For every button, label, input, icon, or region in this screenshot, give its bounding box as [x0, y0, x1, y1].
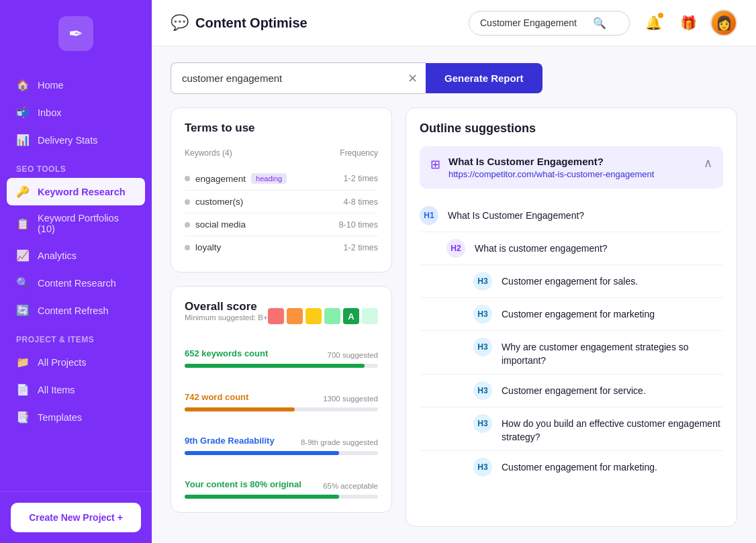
- notification-button[interactable]: 🔔: [641, 10, 666, 36]
- main-search-input[interactable]: [171, 62, 426, 94]
- templates-icon: 📑: [16, 411, 30, 424]
- topbar-search-input[interactable]: [480, 17, 587, 28]
- progress-fill: [185, 495, 339, 499]
- outline-item-text: Customer engagement for marketing.: [502, 458, 657, 475]
- gift-button[interactable]: 🎁: [675, 10, 701, 36]
- generate-report-button[interactable]: Generate Report: [426, 63, 542, 93]
- sidebar-item-label: All Items: [38, 385, 75, 395]
- metric-progress: [185, 451, 378, 455]
- outline-item-h3: H3 Customer engagement for marketing.: [420, 451, 723, 483]
- metric-label: 652 keywords count: [185, 348, 268, 358]
- main-content: 💬 Content Optimise 🔍 🔔 🎁 👩 ✕ Generate Re…: [152, 0, 756, 543]
- page-title-container: 💬 Content Optimise: [171, 14, 458, 32]
- all-items-icon: 📄: [16, 383, 30, 396]
- h3-badge: H3: [473, 381, 492, 400]
- outline-items-list: H1 What Is Customer Engagement? H2 What …: [420, 199, 723, 483]
- chevron-up-icon[interactable]: ∧: [704, 156, 712, 170]
- outline-structure-icon: ⊞: [430, 157, 440, 172]
- outline-item-h3: H3 Customer engagement for service.: [420, 375, 723, 407]
- outline-item-h3: H3 How do you build an effective custome…: [420, 407, 723, 451]
- outline-h1-heading: What Is Customer Engagement?: [448, 156, 654, 167]
- term-word: engagement: [195, 174, 246, 184]
- terms-table: Keywords (4) Frequency engagement headin…: [185, 148, 378, 258]
- metric-keywords: 652 keywords count 700 suggested: [185, 348, 378, 368]
- terms-title: Terms to use: [185, 121, 378, 135]
- sidebar-item-all-projects[interactable]: 📁 All Projects: [0, 348, 152, 376]
- search-icon: 🔍: [593, 17, 606, 30]
- main-search-row: ✕ Generate Report: [171, 62, 737, 94]
- h3-badge: H3: [473, 305, 492, 324]
- analytics-icon: 📈: [16, 249, 30, 262]
- sidebar-item-home[interactable]: 🏠 Home: [0, 71, 152, 99]
- term-freq: 1-2 times: [344, 174, 378, 183]
- metric-progress: [185, 495, 378, 499]
- h3-badge: H3: [473, 414, 492, 433]
- outline-highlighted-item: ⊞ What Is Customer Engagement? https://c…: [420, 146, 723, 189]
- sidebar-item-inbox[interactable]: 📬 Inbox: [0, 99, 152, 126]
- logo-icon: ✒: [58, 16, 93, 51]
- metric-label: 9th Grade Readability: [185, 436, 275, 446]
- progress-fill: [185, 407, 295, 411]
- user-avatar[interactable]: 👩: [710, 9, 737, 36]
- cards-row: Terms to use Keywords (4) Frequency enga…: [171, 107, 737, 527]
- seo-section-label: SEO Tools: [0, 154, 152, 178]
- topbar-icons: 🔔 🎁 👩: [641, 9, 737, 36]
- sidebar-item-label: Inbox: [38, 107, 61, 118]
- metric-sub: 8-9th grade suggested: [301, 438, 378, 446]
- sidebar-item-templates[interactable]: 📑 Templates: [0, 403, 152, 431]
- sidebar-item-keyword-research[interactable]: 🔑 Keyword Research: [7, 178, 145, 205]
- sidebar-item-keyword-portfolios[interactable]: 📋 Keyword Portfolios (10): [0, 205, 152, 242]
- outline-competitor-link[interactable]: https://competitor.com/what-is-customer-…: [448, 169, 654, 179]
- score-block-2: [287, 308, 303, 324]
- term-left: customer(s): [185, 197, 243, 207]
- outline-title: Outline suggestions: [420, 121, 723, 136]
- h3-badge: H3: [473, 272, 492, 291]
- sidebar-item-label: Content Refresh: [38, 305, 109, 316]
- clear-search-button[interactable]: ✕: [408, 71, 418, 86]
- term-dot: [185, 245, 190, 250]
- topbar-search[interactable]: 🔍: [469, 11, 630, 36]
- outline-item-h3: H3 Customer engagement for sales.: [420, 265, 723, 298]
- create-project-button[interactable]: Create New Project +: [11, 503, 141, 532]
- page-title: Content Optimise: [195, 15, 308, 31]
- outline-item-h1: H1 What Is Customer Engagement?: [420, 199, 723, 232]
- outline-item-text: Customer engagement for service.: [502, 381, 646, 398]
- terms-card: Terms to use Keywords (4) Frequency enga…: [171, 107, 392, 273]
- keyword-research-icon: 🔑: [16, 185, 30, 198]
- term-badge: heading: [251, 173, 287, 184]
- main-search-wrap: ✕: [171, 62, 426, 94]
- frequency-label: Frequency: [340, 148, 378, 158]
- term-row: loyalty 1-2 times: [185, 236, 378, 258]
- sidebar-item-content-refresh[interactable]: 🔄 Content Refresh: [0, 297, 152, 324]
- sidebar-navigation: 🏠 Home 📬 Inbox 📊 Delivery Stats SEO Tool…: [0, 64, 152, 491]
- score-block-1: [268, 308, 284, 324]
- sidebar-bottom: Create New Project +: [0, 491, 152, 543]
- topbar: 💬 Content Optimise 🔍 🔔 🎁 👩: [152, 0, 756, 46]
- sidebar-item-content-research[interactable]: 🔍 Content Research: [0, 269, 152, 297]
- h1-badge: H1: [420, 206, 438, 225]
- progress-fill: [185, 451, 339, 455]
- sidebar-item-delivery-stats[interactable]: 📊 Delivery Stats: [0, 126, 152, 154]
- score-header: Overall score Minimum suggested: B+ A: [185, 300, 378, 332]
- outline-item-h2: H2 What is customer engagement?: [420, 232, 723, 265]
- metric-word-count: 742 word count 1300 suggested: [185, 392, 378, 411]
- term-row: engagement heading 1-2 times: [185, 167, 378, 191]
- term-row: customer(s) 4-8 times: [185, 191, 378, 213]
- h2-badge: H2: [446, 239, 465, 258]
- keywords-label: Keywords (4): [185, 148, 232, 158]
- term-word: customer(s): [195, 197, 243, 207]
- notification-badge: [658, 13, 663, 18]
- metric-sub: 65% acceptable: [323, 482, 378, 490]
- sidebar-item-all-items[interactable]: 📄 All Items: [0, 376, 152, 403]
- delivery-stats-icon: 📊: [16, 134, 30, 146]
- outline-item-text: What Is Customer Engagement?: [448, 206, 584, 223]
- outline-item-text: How do you build an effective customer e…: [502, 414, 723, 444]
- score-block-4: [324, 308, 340, 324]
- outline-item-h3: H3 Customer engagement for marketing: [420, 298, 723, 331]
- term-dot: [185, 199, 190, 205]
- sidebar-item-analytics[interactable]: 📈 Analytics: [0, 242, 152, 269]
- term-left: loyalty: [185, 242, 221, 252]
- sidebar-item-label: Analytics: [38, 250, 77, 261]
- sidebar-logo: ✒: [0, 0, 152, 64]
- terms-header: Keywords (4) Frequency: [185, 148, 378, 160]
